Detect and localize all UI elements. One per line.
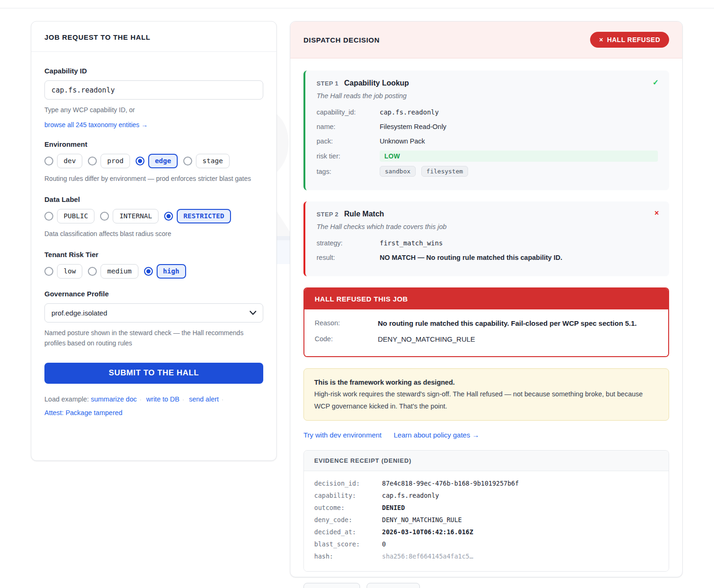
copy-buttons-row: Copy JSON Copy hash (303, 583, 669, 588)
receipt-row-blast-score: blast_score: 0 (314, 540, 658, 548)
separator-dot: · (222, 396, 224, 403)
dispatch-decision-panel: DISPATCH DECISION × HALL REFUSED ✓ STEP … (290, 21, 683, 577)
kv-value: Filesystem Read-Only (380, 123, 447, 130)
data-label-option-label: PUBLIC (57, 209, 94, 223)
environment-option-prod[interactable]: prod (88, 154, 130, 168)
example-link-attest-tampered[interactable]: Attest: Package tampered (44, 409, 123, 416)
kv-key: Code: (315, 335, 378, 343)
separator-dot: · (139, 396, 141, 403)
hall-refused-badge-label: HALL REFUSED (607, 36, 660, 43)
tag-chip-filesystem: filesystem (421, 166, 468, 177)
environment-radio-group: dev prod edge stage (44, 154, 263, 168)
kv-row-pack: pack: Unknown Pack (317, 136, 658, 146)
receipt-key: blast_score: (314, 540, 382, 548)
radio-icon (44, 157, 53, 165)
learn-policy-gates-link[interactable]: Learn about policy gates → (394, 431, 479, 439)
receipt-row-capability: capability: cap.fs.readonly (314, 492, 658, 499)
design-note-title: This is the framework working as designe… (314, 377, 658, 388)
kv-row-reason: Reason: No routing rule matched this cap… (315, 318, 658, 328)
kv-row-name: name: Filesystem Read-Only (317, 122, 658, 132)
try-dev-environment-link[interactable]: Try with dev environment (303, 431, 382, 439)
data-label-option-internal[interactable]: INTERNAL (100, 209, 159, 223)
receipt-value: sha256:8ef664145a4fa1c5… (382, 552, 473, 560)
data-label-option-restricted[interactable]: RESTRICTED (164, 209, 231, 223)
evidence-receipt-title: EVIDENCE RECEIPT (DENIED) (304, 451, 669, 471)
environment-option-stage[interactable]: stage (183, 154, 230, 168)
dispatch-decision-header: DISPATCH DECISION × HALL REFUSED (290, 22, 682, 58)
data-label-label: Data Label (44, 195, 263, 203)
radio-icon (44, 267, 53, 276)
refusal-reason: No routing rule matched this capability.… (378, 319, 637, 327)
x-icon: × (599, 36, 603, 43)
capability-id-input[interactable] (44, 80, 263, 100)
radio-selected-icon (164, 212, 173, 221)
environment-option-label: prod (101, 154, 130, 168)
receipt-value: 0 (382, 540, 386, 548)
copy-hash-button[interactable]: Copy hash (367, 583, 420, 588)
tenant-risk-radio-group: low medium high (44, 264, 263, 279)
check-icon: ✓ (653, 78, 659, 87)
kv-key: pack: (317, 137, 380, 145)
step2-subtitle: The Hall checks which trade covers this … (317, 223, 658, 230)
radio-icon (88, 267, 97, 276)
receipt-row-decision-id: decision_id: 87e4c818-99ec-476b-b168-9b1… (314, 480, 658, 487)
data-label-radio-group: PUBLIC INTERNAL RESTRICTED (44, 209, 263, 223)
step2-number: STEP 2 (317, 211, 339, 218)
kv-row-capability-id: capability_id: cap.fs.readonly (317, 107, 658, 117)
action-links-row: Try with dev environment Learn about pol… (303, 431, 669, 439)
tenant-risk-label: Tenant Risk Tier (44, 251, 263, 258)
capability-id-helper: Type any WCP capability ID, or (44, 105, 263, 115)
tenant-risk-option-high[interactable]: high (144, 264, 186, 279)
governance-profile-helper: Named posture shown in the steward check… (44, 328, 263, 348)
environment-label: Environment (44, 140, 263, 148)
step2-rule-match-card: × STEP 2 Rule Match The Hall checks whic… (303, 201, 669, 276)
governance-profile-select[interactable]: prof.edge.isolated (44, 303, 263, 323)
dispatch-decision-title: DISPATCH DECISION (303, 36, 380, 44)
tenant-risk-option-medium[interactable]: medium (88, 264, 138, 279)
refusal-code: DENY_NO_MATCHING_RULE (378, 335, 475, 343)
tenant-risk-option-label: high (157, 264, 186, 279)
kv-row-risk-tier: risk tier: LOW (317, 151, 658, 162)
receipt-row-deny-code: deny_code: DENY_NO_MATCHING_RULE (314, 516, 658, 523)
environment-option-edge[interactable]: edge (136, 154, 178, 168)
receipt-row-decided-at: decided_at: 2026-03-10T06:42:16.016Z (314, 528, 658, 536)
tenant-risk-option-low[interactable]: low (44, 264, 82, 279)
separator-dot: · (182, 396, 184, 403)
receipt-value: 87e4c818-99ec-476b-b168-9b1019257b6f (382, 480, 519, 487)
tenant-risk-option-label: low (57, 264, 82, 279)
environment-option-label: dev (57, 154, 82, 168)
kv-key: Reason: (315, 319, 378, 327)
kv-row-strategy: strategy: first_match_wins (317, 238, 658, 248)
governance-profile-label: Governance Profile (44, 290, 263, 298)
kv-key: strategy: (317, 239, 380, 247)
radio-icon (44, 212, 53, 221)
step1-capability-lookup-card: ✓ STEP 1 Capability Lookup The Hall read… (303, 71, 669, 190)
tags-chips: sandbox filesystem (380, 166, 472, 177)
hall-refused-banner: HALL REFUSED THIS JOB Reason: No routing… (303, 287, 669, 357)
chevron-down-icon (250, 311, 256, 315)
tenant-risk-option-label: medium (101, 264, 138, 279)
kv-value: first_match_wins (380, 239, 443, 247)
environment-option-dev[interactable]: dev (44, 154, 82, 168)
tag-chip-sandbox: sandbox (380, 166, 416, 177)
data-label-option-public[interactable]: PUBLIC (44, 209, 94, 223)
hall-refused-badge: × HALL REFUSED (590, 32, 669, 48)
submit-button[interactable]: SUBMIT TO THE HALL (44, 363, 263, 384)
job-request-title: JOB REQUEST TO THE HALL (31, 22, 276, 52)
kv-row-code: Code: DENY_NO_MATCHING_RULE (315, 334, 658, 344)
example-link-send-alert[interactable]: send alert (189, 395, 219, 403)
data-label-option-label: RESTRICTED (177, 209, 231, 223)
kv-key: capability_id: (317, 108, 380, 116)
example-link-summarize-doc[interactable]: summarize doc (91, 395, 137, 403)
copy-json-button[interactable]: Copy JSON (303, 583, 360, 588)
kv-row-result: result: NO MATCH — No routing rule match… (317, 252, 658, 263)
data-label-helper: Data classification affects blast radius… (44, 229, 263, 239)
example-link-write-to-db[interactable]: write to DB (146, 395, 180, 403)
radio-icon (183, 157, 192, 165)
radio-icon (88, 157, 97, 165)
browse-taxonomy-link[interactable]: browse all 245 taxonomy entities → (44, 121, 148, 129)
radio-selected-icon (136, 157, 144, 165)
step1-number: STEP 1 (317, 80, 339, 87)
load-example-prefix: Load example: (44, 395, 89, 403)
receipt-row-hash: hash: sha256:8ef664145a4fa1c5… (314, 552, 658, 560)
